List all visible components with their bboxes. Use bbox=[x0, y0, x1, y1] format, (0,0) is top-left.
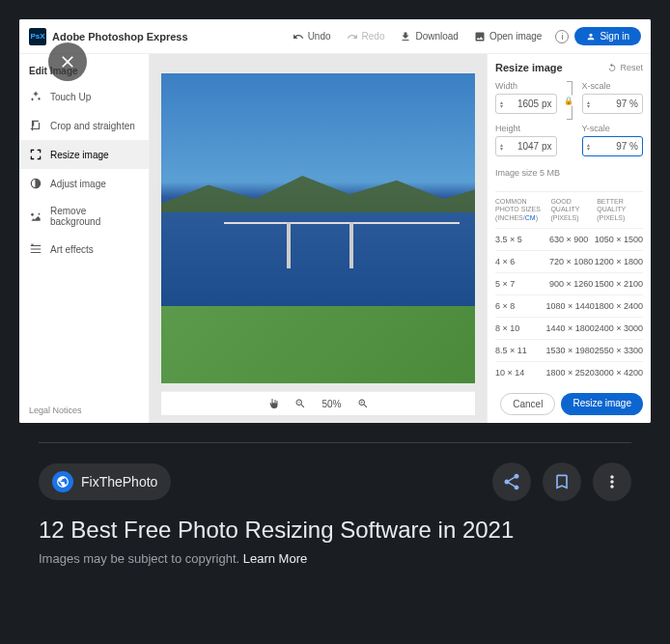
sign-in-label: Sign in bbox=[600, 31, 629, 42]
removebg-icon bbox=[29, 210, 42, 223]
canvas-area: 50% bbox=[150, 54, 487, 423]
sidebar-item-crop[interactable]: Crop and straighten bbox=[19, 111, 149, 140]
zoom-in-icon[interactable] bbox=[357, 398, 369, 409]
width-input[interactable]: ▴▾ 1605 px bbox=[495, 94, 557, 114]
share-icon bbox=[502, 472, 521, 491]
height-label: Height bbox=[495, 124, 557, 133]
table-row[interactable]: 4 × 6720 × 10801200 × 1800 bbox=[495, 250, 643, 272]
close-icon bbox=[58, 52, 77, 71]
spinner-icon[interactable]: ▴▾ bbox=[500, 100, 503, 108]
lock-toggle[interactable]: 🔒 bbox=[567, 81, 572, 120]
share-button[interactable] bbox=[492, 462, 531, 501]
sidebar-item-label: Adjust image bbox=[50, 179, 106, 189]
yscale-value: 97 % bbox=[616, 141, 638, 152]
resize-panel: Resize image Reset Width ▴▾ 1605 px bbox=[487, 54, 651, 423]
zoom-level: 50% bbox=[321, 399, 341, 409]
close-button[interactable] bbox=[48, 42, 87, 81]
zoom-out-icon[interactable] bbox=[294, 398, 306, 409]
xscale-value: 97 % bbox=[616, 98, 638, 109]
download-button[interactable]: Download bbox=[392, 27, 465, 46]
bookmark-icon bbox=[552, 472, 572, 491]
spinner-icon[interactable]: ▴▾ bbox=[587, 143, 590, 151]
panel-title: Resize image bbox=[495, 62, 563, 73]
image-icon bbox=[474, 31, 486, 42]
xscale-label: X-scale bbox=[582, 81, 644, 91]
sidebar-item-resize[interactable]: Resize image bbox=[19, 140, 149, 169]
download-label: Download bbox=[415, 31, 458, 42]
sidebar-item-adjust[interactable]: Adjust image bbox=[19, 169, 149, 198]
touchup-icon bbox=[29, 90, 42, 103]
redo-icon bbox=[347, 31, 358, 42]
resize-button[interactable]: Resize image bbox=[561, 393, 643, 415]
table-row[interactable]: 5 × 7900 × 12601500 × 2100 bbox=[495, 272, 643, 294]
xscale-input[interactable]: ▴▾ 97 % bbox=[582, 94, 644, 114]
width-value: 1605 px bbox=[517, 98, 552, 109]
redo-button[interactable]: Redo bbox=[339, 27, 393, 46]
sidebar-item-label: Resize image bbox=[50, 150, 109, 160]
crop-icon bbox=[29, 119, 42, 132]
app-window: PsX Adobe Photoshop Express Undo Redo Do… bbox=[19, 19, 651, 423]
open-image-label: Open image bbox=[489, 31, 542, 42]
table-row[interactable]: 8.5 × 111530 × 19802550 × 3300 bbox=[495, 339, 643, 361]
sidebar: Edit Image Touch Up Crop and straighten … bbox=[19, 54, 150, 423]
undo-button[interactable]: Undo bbox=[285, 27, 339, 46]
zoom-bar: 50% bbox=[161, 391, 475, 415]
legal-link[interactable]: Legal Notices bbox=[29, 406, 82, 415]
height-input[interactable]: ▴▾ 1047 px bbox=[495, 136, 557, 156]
image-size-info: Image size 5 MB bbox=[495, 168, 643, 178]
app-logo: PsX bbox=[29, 28, 46, 45]
globe-icon bbox=[52, 471, 73, 492]
spinner-icon[interactable]: ▴▾ bbox=[500, 143, 503, 151]
yscale-input[interactable]: ▴▾ 97 % bbox=[582, 136, 644, 156]
reset-icon bbox=[607, 63, 617, 72]
redo-label: Redo bbox=[362, 31, 385, 42]
topbar: PsX Adobe Photoshop Express Undo Redo Do… bbox=[19, 19, 651, 54]
reset-button[interactable]: Reset bbox=[607, 63, 643, 72]
table-row[interactable]: 10 × 141800 × 25203000 × 4200 bbox=[495, 361, 643, 383]
undo-icon bbox=[293, 31, 304, 42]
info-icon[interactable]: i bbox=[555, 30, 569, 43]
resize-icon bbox=[29, 148, 42, 161]
learn-more-link[interactable]: Learn More bbox=[243, 551, 307, 566]
person-icon bbox=[586, 32, 596, 42]
cm-link[interactable]: CM bbox=[525, 214, 536, 221]
reset-label: Reset bbox=[620, 63, 643, 72]
table-row[interactable]: 3.5 × 5630 × 9001050 × 1500 bbox=[495, 228, 643, 250]
size-table: COMMON PHOTO SIZES (INCHES/CM) GOOD QUAL… bbox=[495, 191, 643, 385]
download-icon bbox=[400, 31, 411, 42]
art-icon bbox=[29, 242, 42, 256]
canvas-image[interactable] bbox=[161, 73, 475, 383]
height-value: 1047 px bbox=[517, 141, 552, 152]
sign-in-button[interactable]: Sign in bbox=[574, 27, 641, 45]
copyright-notice: Images may be subject to copyright. Lear… bbox=[19, 551, 651, 566]
spinner-icon[interactable]: ▴▾ bbox=[587, 100, 590, 108]
sidebar-item-arteffects[interactable]: Art effects bbox=[19, 235, 149, 264]
table-row[interactable]: 8 × 101440 × 18002400 × 3000 bbox=[495, 317, 643, 339]
sidebar-item-touchup[interactable]: Touch Up bbox=[19, 82, 149, 111]
hand-icon[interactable] bbox=[267, 398, 279, 409]
width-label: Width bbox=[495, 81, 557, 91]
lock-icon: 🔒 bbox=[563, 96, 574, 106]
more-button[interactable] bbox=[593, 462, 631, 501]
divider bbox=[39, 442, 631, 443]
sidebar-item-label: Crop and straighten bbox=[50, 121, 135, 131]
source-name: FixThePhoto bbox=[81, 474, 157, 490]
sidebar-item-label: Remove background bbox=[50, 206, 139, 227]
sidebar-item-label: Art effects bbox=[50, 244, 94, 255]
table-header: COMMON PHOTO SIZES (INCHES/CM) GOOD QUAL… bbox=[495, 192, 643, 228]
more-icon bbox=[602, 472, 622, 491]
undo-label: Undo bbox=[308, 31, 331, 42]
yscale-label: Y-scale bbox=[582, 124, 644, 133]
result-title: 12 Best Free Photo Resizing Software in … bbox=[19, 501, 651, 551]
image-size-label: Image size bbox=[495, 168, 538, 178]
app-title: Adobe Photoshop Express bbox=[52, 31, 188, 42]
sidebar-item-removebg[interactable]: Remove background bbox=[19, 198, 149, 235]
source-row: FixThePhoto bbox=[19, 462, 651, 501]
source-chip[interactable]: FixThePhoto bbox=[39, 463, 171, 500]
sidebar-item-label: Touch Up bbox=[50, 92, 91, 102]
image-size-value: 5 MB bbox=[540, 168, 560, 178]
cancel-button[interactable]: Cancel bbox=[500, 393, 555, 415]
bookmark-button[interactable] bbox=[543, 462, 581, 501]
open-image-button[interactable]: Open image bbox=[466, 27, 549, 46]
table-row[interactable]: 6 × 81080 × 14401800 × 2400 bbox=[495, 294, 643, 317]
